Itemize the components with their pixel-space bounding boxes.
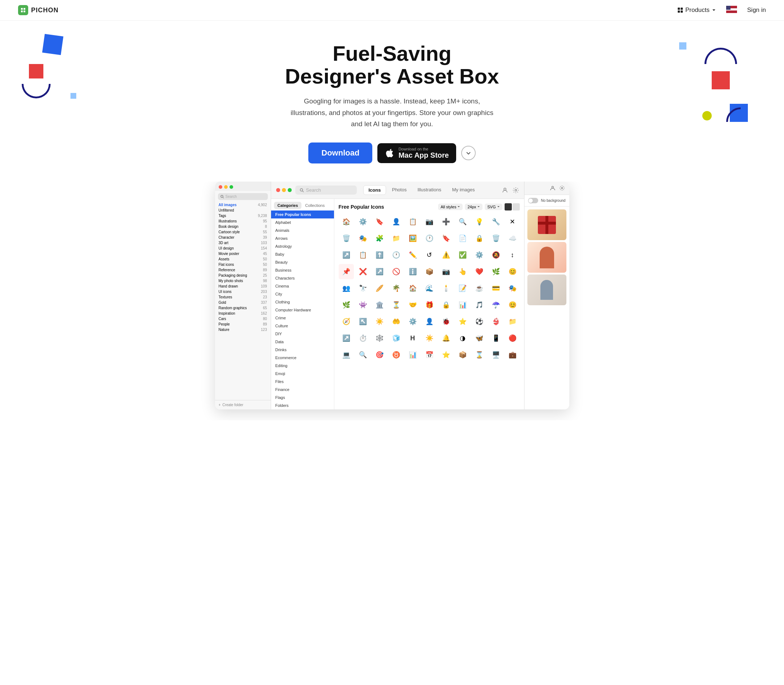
icon-cell[interactable]: 🧭 xyxy=(339,314,354,329)
icon-cell[interactable]: 🔖 xyxy=(372,214,387,229)
cat-item-drinks[interactable]: Drinks xyxy=(271,346,334,354)
main-search[interactable]: Search xyxy=(295,185,357,195)
icon-cell[interactable]: ☀️ xyxy=(372,314,387,329)
cat-item-ecommerce[interactable]: Ecommerce xyxy=(271,354,334,362)
icon-cell[interactable]: 🐞 xyxy=(439,314,454,329)
cat-item-folders[interactable]: Folders xyxy=(271,401,334,409)
icon-cell[interactable]: 📦 xyxy=(422,264,437,279)
appstore-button[interactable]: Download on the Mac App Store xyxy=(377,143,456,163)
tab-icons[interactable]: Icons xyxy=(363,185,386,195)
icon-cell[interactable]: ⚙️ xyxy=(472,247,487,263)
icon-cell[interactable]: ⭐ xyxy=(439,347,454,362)
icon-cell[interactable]: 📊 xyxy=(405,347,420,362)
icon-cell[interactable]: 📱 xyxy=(488,331,504,346)
tab-myimages[interactable]: My images xyxy=(447,185,480,195)
icon-cell[interactable]: 👙 xyxy=(488,314,504,329)
icon-cell[interactable]: 🖼️ xyxy=(405,231,420,246)
icon-cell[interactable]: ⏳ xyxy=(389,297,404,312)
cat-item-flags[interactable]: Flags xyxy=(271,393,334,401)
cat-item-city[interactable]: City xyxy=(271,290,334,298)
icon-cell[interactable]: 🏠 xyxy=(339,214,354,229)
icon-cell[interactable]: 🖥️ xyxy=(488,347,504,362)
icon-cell[interactable]: 🔖 xyxy=(439,231,454,246)
icon-cell[interactable]: 📄 xyxy=(455,231,470,246)
icon-cell[interactable]: 😊 xyxy=(505,264,520,279)
cat-item-files[interactable]: Files xyxy=(271,378,334,386)
products-menu[interactable]: Products xyxy=(677,6,716,14)
icon-cell[interactable]: 📅 xyxy=(422,347,437,362)
icon-cell[interactable]: ◑ xyxy=(455,331,470,346)
cat-item-animals[interactable]: Animals xyxy=(271,226,334,234)
icon-cell[interactable]: 📝 xyxy=(455,281,470,296)
icon-cell[interactable]: 🤝 xyxy=(405,297,420,312)
cat-item-astrology[interactable]: Astrology xyxy=(271,242,334,250)
icon-cell[interactable]: 📁 xyxy=(389,231,404,246)
icon-cell[interactable]: ⚙️ xyxy=(355,214,371,229)
cat-item-crime[interactable]: Crime xyxy=(271,314,334,322)
lp-create-folder[interactable]: +Create folder xyxy=(215,400,271,409)
format-dropdown[interactable]: SVG xyxy=(485,204,502,210)
icon-cell[interactable]: ☀️ xyxy=(422,331,437,346)
icon-cell[interactable]: ↗️ xyxy=(372,264,387,279)
cat-item-alphabet[interactable]: Alphabet xyxy=(271,218,334,226)
rp-photo-2[interactable] xyxy=(527,242,566,273)
icon-cell[interactable]: ❌ xyxy=(355,264,371,279)
cat-item-beauty[interactable]: Beauty xyxy=(271,258,334,266)
icon-cell[interactable]: 🗑️ xyxy=(488,231,504,246)
icon-cell[interactable]: 👆 xyxy=(455,264,470,279)
cat-item-data[interactable]: Data xyxy=(271,338,334,346)
icon-cell[interactable]: H xyxy=(405,331,420,346)
icon-cell[interactable]: 👥 xyxy=(339,281,354,296)
icon-cell[interactable]: 🔭 xyxy=(355,281,371,296)
language-flag[interactable] xyxy=(726,6,737,15)
icon-cell[interactable]: ⚙️ xyxy=(405,314,420,329)
icon-cell[interactable]: 🎭 xyxy=(505,281,520,296)
icon-cell[interactable]: 📋 xyxy=(355,247,371,263)
lp-search[interactable]: Search xyxy=(218,193,268,200)
cat-item-culture[interactable]: Culture xyxy=(271,322,334,330)
icon-cell[interactable]: 🔕 xyxy=(488,247,504,263)
cat-item-finance[interactable]: Finance xyxy=(271,386,334,393)
icon-cell[interactable]: 🌿 xyxy=(488,264,504,279)
icon-cell[interactable]: ♉ xyxy=(389,347,404,362)
view-btn-dark[interactable] xyxy=(505,203,512,211)
chevron-button[interactable] xyxy=(461,146,476,160)
icon-cell[interactable]: ⚠️ xyxy=(439,247,454,263)
download-button[interactable]: Download xyxy=(308,143,372,164)
icon-cell[interactable]: 💼 xyxy=(505,347,520,362)
icon-cell[interactable]: ❤️ xyxy=(472,264,487,279)
rp-user-icon[interactable] xyxy=(550,185,556,191)
cat-item-baby[interactable]: Baby xyxy=(271,250,334,258)
icon-cell[interactable]: 🗑️ xyxy=(339,231,354,246)
icon-cell[interactable]: 🚫 xyxy=(389,264,404,279)
icon-cell[interactable]: 🕐 xyxy=(389,247,404,263)
icon-cell[interactable]: 📋 xyxy=(405,214,420,229)
icon-cell[interactable]: 🔔 xyxy=(439,331,454,346)
rp-photo-1[interactable] xyxy=(527,209,566,240)
icon-cell[interactable]: ↺ xyxy=(422,247,437,263)
icon-cell[interactable]: 📁 xyxy=(505,314,520,329)
icon-cell[interactable]: 📷 xyxy=(439,264,454,279)
icon-cell[interactable]: ✅ xyxy=(455,247,470,263)
icon-cell[interactable]: 📌 xyxy=(339,264,354,279)
cat-item-business[interactable]: Business xyxy=(271,266,334,274)
icon-cell[interactable]: 📊 xyxy=(455,297,470,312)
icon-cell[interactable]: ⏱️ xyxy=(355,331,371,346)
logo[interactable]: PICHON xyxy=(18,5,58,15)
icon-cell[interactable]: 🏛️ xyxy=(372,297,387,312)
cat-item-free[interactable]: Free Popular Icons xyxy=(271,211,334,218)
icon-cell[interactable]: ➕ xyxy=(439,214,454,229)
icon-cell[interactable]: ☂️ xyxy=(488,297,504,312)
rp-settings-icon[interactable] xyxy=(559,185,565,191)
view-btn-light[interactable] xyxy=(513,203,520,211)
icon-cell[interactable]: ℹ️ xyxy=(405,264,420,279)
icon-cell[interactable]: 🌿 xyxy=(339,297,354,312)
icon-cell[interactable]: 🧩 xyxy=(372,231,387,246)
icon-cell[interactable]: 📷 xyxy=(422,214,437,229)
icon-cell[interactable]: 🥖 xyxy=(372,281,387,296)
icon-cell[interactable]: ✏️ xyxy=(405,247,420,263)
icon-cell[interactable]: 🎁 xyxy=(422,297,437,312)
icon-cell[interactable]: ☕ xyxy=(472,281,487,296)
icon-cell[interactable]: 📦 xyxy=(455,347,470,362)
icon-cell[interactable]: 🏠 xyxy=(405,281,420,296)
